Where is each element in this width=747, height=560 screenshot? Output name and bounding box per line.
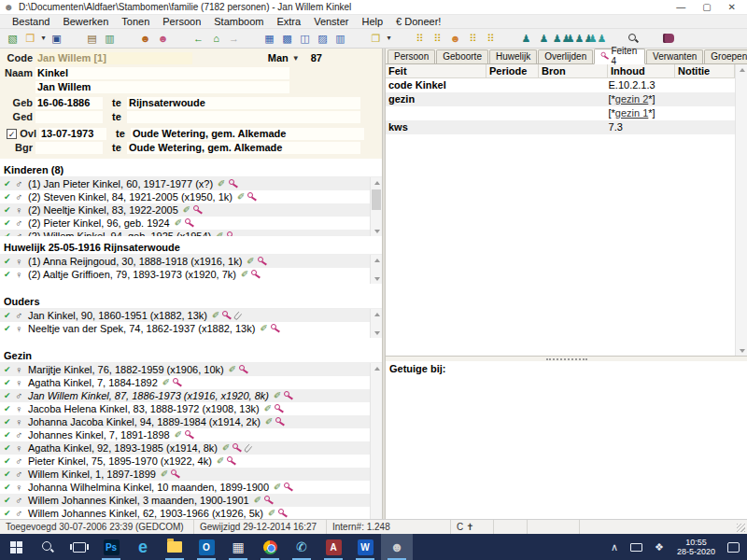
person-row[interactable]: ✔ ♂ Willem Kinkel, 1, 1897-1899 ✐: [0, 468, 370, 481]
edit-pencil-icon[interactable]: ✐: [274, 389, 281, 402]
view-cards-button[interactable]: ▩: [278, 31, 296, 47]
search-button[interactable]: [624, 31, 641, 47]
key-icon[interactable]: [247, 192, 257, 202]
scroll-down-icon[interactable]: [371, 226, 382, 236]
scroll-up-icon[interactable]: [371, 363, 382, 373]
network-icon[interactable]: [627, 534, 647, 560]
burial-place-input[interactable]: Oude Wetering, gem. Alkemade: [127, 142, 360, 154]
view-columns-button[interactable]: ◫: [296, 31, 314, 47]
edge-icon[interactable]: e: [127, 534, 159, 560]
scroll-down-icon[interactable]: [736, 345, 747, 356]
scroll-thumb[interactable]: [372, 189, 381, 210]
outlook-icon[interactable]: O: [190, 534, 222, 560]
key-icon[interactable]: [171, 469, 180, 479]
edit-pencil-icon[interactable]: ✐: [175, 217, 182, 230]
person-row[interactable]: ✔ ♂ Johannes Kinkel, 7, 1891-1898 ✐: [0, 428, 370, 441]
key-icon[interactable]: [185, 218, 194, 228]
key-icon[interactable]: [233, 443, 242, 453]
key-icon[interactable]: [284, 391, 293, 400]
tab[interactable]: Persoon: [388, 49, 435, 63]
person-row[interactable]: ✔ ♀ (2) Neeltje Kinkel, 83, 1922-2005 ✐: [0, 203, 370, 217]
key-icon[interactable]: [284, 483, 293, 492]
scroll-up-icon[interactable]: [371, 309, 382, 319]
calculator-icon[interactable]: ▦: [222, 534, 254, 560]
mother-button[interactable]: ☻: [154, 31, 172, 47]
tab[interactable]: Huwelijk: [489, 49, 537, 63]
taskbar-clock[interactable]: 10:55 28-5-2020: [671, 538, 721, 556]
scrollbar[interactable]: [735, 64, 747, 356]
key-icon[interactable]: [227, 231, 236, 236]
key-icon[interactable]: [264, 496, 274, 505]
key-icon[interactable]: [251, 270, 261, 279]
fact-row[interactable]: [*gezin 1*]: [386, 106, 735, 120]
key-icon[interactable]: [185, 430, 194, 440]
phone-icon[interactable]: ✆: [286, 534, 317, 560]
scrollbar[interactable]: [370, 309, 382, 338]
task-view-button[interactable]: [63, 534, 95, 560]
fact-row[interactable]: kws 7.3: [386, 120, 735, 134]
death-date-input[interactable]: 13-07-1973: [39, 128, 106, 140]
edit-pencil-icon[interactable]: ✐: [222, 441, 230, 455]
key-icon[interactable]: [271, 324, 280, 333]
person-row[interactable]: ✔ ♀ (1) Anna Reijngoud, 30, 1888-1918 (x…: [0, 255, 370, 268]
birth-date-input[interactable]: 16-06-1886: [35, 97, 103, 109]
edit-pencil-icon[interactable]: ✐: [247, 255, 254, 268]
output-button[interactable]: ▥: [101, 31, 119, 47]
birth-place-input[interactable]: Rijnsaterwoude: [127, 97, 360, 109]
person-row[interactable]: ✔ ♀ Agatha Kinkel, 7, 1884-1892 ✐: [0, 376, 370, 389]
fact-row[interactable]: code Kinkel E.10.2.1.3: [386, 78, 735, 92]
burial-date-input[interactable]: [35, 142, 103, 154]
edit-pencil-icon[interactable]: ✐: [229, 363, 236, 376]
search-button[interactable]: [32, 534, 63, 560]
sex-select[interactable]: Man: [268, 52, 289, 63]
edit-pencil-icon[interactable]: ✐: [216, 230, 223, 236]
surname-input[interactable]: Kinkel: [35, 67, 289, 79]
maximize-button[interactable]: ▢: [702, 2, 711, 12]
tab[interactable]: Verwanten: [646, 49, 703, 63]
edit-pencil-icon[interactable]: ✐: [254, 494, 261, 507]
persons-chart-button[interactable]: ☻: [446, 31, 464, 47]
scroll-up-icon[interactable]: [736, 64, 747, 75]
aldfaer-icon[interactable]: ☻: [381, 534, 413, 560]
access-icon[interactable]: A: [317, 534, 349, 560]
home-button[interactable]: ⌂: [207, 31, 225, 47]
edit-pencil-icon[interactable]: ✐: [183, 203, 190, 217]
explorer-icon[interactable]: [159, 534, 190, 560]
person-row[interactable]: ✔ ♀ (2) Aaltje Griffioen, 79, 1893-1973 …: [0, 268, 370, 281]
edit-pencil-icon[interactable]: ✐: [175, 428, 182, 441]
edit-pencil-icon[interactable]: ✐: [268, 507, 275, 519]
window-caret[interactable]: ▾: [385, 31, 393, 47]
fact-row[interactable]: gezin [*gezin 2*]: [386, 92, 735, 106]
notifications-icon[interactable]: [723, 534, 743, 560]
scrollbar[interactable]: [370, 255, 382, 284]
tab[interactable]: Overlijden: [538, 49, 593, 63]
person-row[interactable]: ✔ ♂ Willem Johannes Kinkel, 62, 1903-196…: [0, 507, 370, 519]
key-icon[interactable]: [227, 456, 236, 466]
chrome-icon[interactable]: [254, 534, 286, 560]
open-button[interactable]: ❒: [21, 31, 39, 47]
relatives-button[interactable]: ♟♟: [588, 31, 606, 47]
person-row[interactable]: ✔ ♀ Johanna Jacoba Kinkel, 94, 1889-1984…: [0, 415, 370, 428]
person-report-button[interactable]: ▤: [83, 31, 101, 47]
key-icon[interactable]: [173, 378, 182, 387]
person-button[interactable]: ♟: [535, 31, 553, 47]
open-caret[interactable]: ▾: [39, 31, 48, 47]
view-table-button[interactable]: ▦: [261, 31, 278, 47]
key-icon[interactable]: [222, 311, 232, 320]
edit-pencil-icon[interactable]: ✐: [265, 415, 273, 428]
new-tree-button[interactable]: ▧: [4, 31, 21, 47]
baptism-date-input[interactable]: [35, 111, 103, 123]
person-row[interactable]: ✔ ♂ Jan Willem Kinkel, 87, 1886-1973 (x1…: [0, 389, 370, 402]
edit-pencil-icon[interactable]: ✐: [241, 268, 248, 281]
person-row[interactable]: ✔ ♀ Agatha Kinkel, 92, 1893-1985 (x1914,…: [0, 441, 370, 455]
genealogie-button[interactable]: ⠿: [464, 31, 482, 47]
window-button[interactable]: ❐: [367, 31, 385, 47]
scroll-down-icon[interactable]: [371, 273, 382, 284]
edit-pencil-icon[interactable]: ✐: [237, 190, 245, 203]
gezin-link[interactable]: gezin 2: [615, 93, 648, 105]
person-row[interactable]: ✔ ♂ (2) Pieter Kinkel, 96, geb. 1924 ✐: [0, 217, 370, 230]
close-button[interactable]: ✕: [728, 2, 736, 12]
col-feit[interactable]: Feit: [386, 64, 486, 77]
menu-item[interactable]: Persoon: [156, 16, 207, 27]
person-row[interactable]: ✔ ♀ Jacoba Helena Kinkel, 83, 1888-1972 …: [0, 402, 370, 415]
